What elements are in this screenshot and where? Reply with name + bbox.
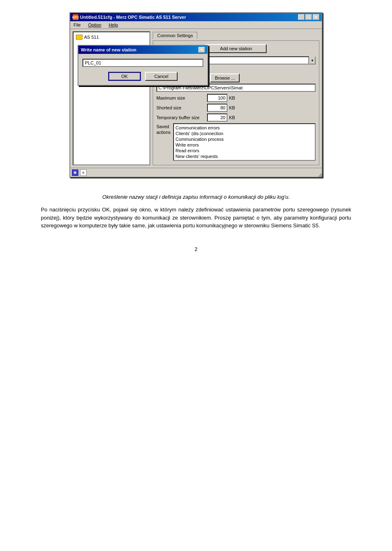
- dialog-overlay: Write name of new station ✕ OK Cancel: [78, 45, 208, 86]
- saved-action-item: Communication process: [176, 136, 313, 142]
- temp-buffer-input[interactable]: [207, 113, 227, 122]
- window-controls[interactable]: _ □ ✕: [298, 14, 319, 20]
- titlebar-left: OPC Untitled.511cfg - Merz OPC Simatic A…: [73, 14, 186, 20]
- titlebar: OPC Untitled.511cfg - Merz OPC Simatic A…: [70, 13, 322, 21]
- dialog-close-button[interactable]: ✕: [198, 47, 205, 53]
- status-icon-1: ▣: [72, 169, 78, 176]
- app-icon: OPC: [73, 14, 78, 20]
- dialog-titlebar: Write name of new station ✕: [78, 46, 207, 54]
- folder-icon: [76, 35, 82, 40]
- physical-config-dropdown-arrow[interactable]: ▼: [309, 56, 316, 64]
- station-name-input[interactable]: [82, 59, 203, 67]
- resize-grip[interactable]: [317, 172, 323, 178]
- dialog-buttons: OK Cancel: [82, 72, 203, 81]
- browse-button[interactable]: Browse ...: [210, 73, 240, 82]
- menu-help[interactable]: Help: [107, 22, 120, 28]
- saved-actions-list[interactable]: Communication errors Clients' (dis-)conn…: [173, 123, 316, 161]
- menubar: File Option Help: [70, 21, 322, 29]
- main-window: OPC Untitled.511cfg - Merz OPC Simatic A…: [69, 12, 323, 178]
- max-size-unit: KB: [229, 96, 235, 100]
- maximize-button[interactable]: □: [305, 14, 312, 20]
- minimize-button[interactable]: _: [298, 14, 305, 20]
- saved-actions-section: Saved actions Communication errors Clien…: [156, 123, 316, 161]
- close-button[interactable]: ✕: [313, 14, 319, 20]
- saved-label-2: actions: [156, 129, 171, 135]
- ok-button[interactable]: OK: [108, 72, 141, 81]
- cancel-button[interactable]: Cancel: [145, 72, 178, 81]
- left-panel-label: AS 511: [84, 35, 99, 40]
- menu-option[interactable]: Option: [87, 22, 103, 28]
- saved-action-item: Write errors: [176, 142, 313, 148]
- saved-action-item: Clients' (dis-)connection: [176, 131, 313, 136]
- page-number: 2: [41, 246, 351, 252]
- dialog-content: OK Cancel: [78, 54, 207, 85]
- shorted-size-unit: KB: [229, 105, 235, 110]
- temp-buffer-label: Temporary buffer size: [156, 115, 205, 120]
- window-title: Untitled.511cfg - Merz OPC Simatic AS 51…: [80, 15, 186, 20]
- dialog-title: Write name of new station: [81, 47, 136, 52]
- left-panel-item[interactable]: AS 511: [75, 34, 148, 40]
- saved-label: Saved: [156, 123, 171, 129]
- temp-buffer-row: Temporary buffer size KB: [156, 113, 316, 122]
- caption-section: Określenie nazwy stacji i definicja zapi…: [41, 194, 351, 252]
- add-station-button[interactable]: Add new station: [205, 44, 267, 53]
- shorted-size-label: Shorted size: [156, 105, 205, 110]
- body-text-1: Po naciśnięciu przycisku OK, pojawi się …: [41, 206, 351, 230]
- saved-action-item: New clients' requests: [176, 153, 313, 159]
- shorted-size-input[interactable]: [207, 104, 227, 112]
- status-icon-2: ≡: [80, 169, 87, 176]
- saved-action-item: Communication errors: [176, 125, 313, 131]
- max-size-input[interactable]: [207, 94, 227, 102]
- menu-file[interactable]: File: [72, 22, 82, 28]
- temp-buffer-unit: KB: [229, 115, 235, 120]
- tab-bar: Common Settings: [153, 31, 319, 39]
- caption-italic: Określenie nazwy stacji i definicja zapi…: [41, 194, 351, 200]
- statusbar: ▣ ≡: [70, 168, 322, 177]
- saved-action-item: Read errors: [176, 148, 313, 153]
- max-size-label: Maximum size: [156, 96, 205, 100]
- max-size-row: Maximum size KB: [156, 94, 316, 102]
- tab-common-settings[interactable]: Common Settings: [153, 32, 197, 39]
- shorted-size-row: Shorted size KB: [156, 104, 316, 112]
- write-station-dialog: Write name of new station ✕ OK Cancel: [78, 45, 208, 86]
